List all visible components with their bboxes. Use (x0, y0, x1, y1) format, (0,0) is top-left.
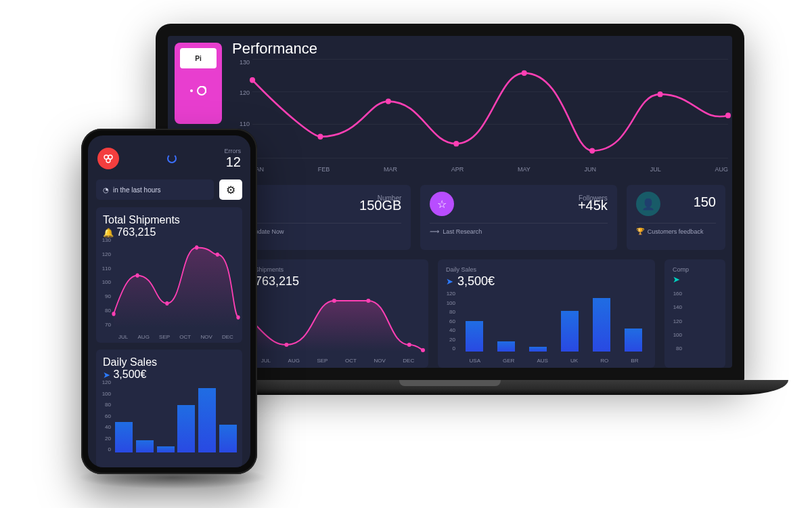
svg-point-0 (250, 77, 255, 83)
bar (157, 446, 175, 452)
bar (219, 425, 237, 452)
sales-y: 120100 8060 4020 0 (442, 291, 455, 352)
shipments-x: JULAUG SEPOCT NOVDEC (252, 358, 423, 364)
stat-card-followers[interactable]: ☆ Followers +45k ⟿Last Research (420, 185, 617, 250)
pie-icon (197, 86, 206, 96)
time-filter[interactable]: ◔ in the last hours (96, 179, 214, 200)
sidebar-tab[interactable]: Pi (180, 48, 217, 68)
performance-panel: Performance 130 120 110 100 (232, 36, 732, 178)
svg-point-22 (236, 315, 240, 319)
stat-card-users[interactable]: 👤 150 🏆Customers feedback (627, 185, 725, 250)
send-icon: ➤ (103, 370, 110, 380)
filter-text: in the last hours (113, 186, 161, 194)
bar (136, 440, 154, 452)
errors-stat: Errors 12 (225, 148, 242, 170)
panel-title: Daily Sales (446, 266, 647, 273)
svg-point-19 (165, 301, 168, 305)
ship-x: JULAUG SEPOCT NOVDEC (114, 334, 238, 340)
svg-point-7 (725, 112, 731, 118)
settings-button[interactable]: ⚙ (219, 179, 242, 200)
svg-point-3 (453, 141, 459, 146)
svg-point-18 (135, 274, 139, 278)
svg-point-17 (112, 312, 115, 316)
sales-chart (114, 379, 238, 452)
performance-line (252, 59, 728, 158)
svg-point-13 (421, 348, 425, 352)
bar-ger (497, 341, 515, 352)
panel-title: Total Shipments (103, 214, 235, 226)
svg-point-6 (658, 91, 663, 97)
svg-point-1 (317, 134, 323, 140)
shipments-panel: Total Shipments 🔔 763,215 130120 110100 … (232, 259, 428, 368)
bar-aus (529, 347, 547, 352)
laptop-notch (399, 380, 501, 386)
svg-point-2 (386, 98, 391, 104)
completed-y: 160140 120100 80 (669, 291, 682, 352)
completed-value: ➤ (673, 274, 717, 284)
shipments-chart (252, 291, 423, 352)
svg-point-16 (106, 158, 110, 163)
bell-icon: 🔔 (103, 228, 114, 238)
sales-value: ➤ 3,500€ (446, 274, 647, 289)
svg-point-9 (284, 343, 288, 347)
bar (198, 388, 216, 452)
performance-x-axis: JANFEB MARAPR MAYJUN JULAUG (252, 166, 728, 173)
panel-title: Total Shipments (240, 266, 420, 273)
stat-foot[interactable]: Customers feedback (648, 228, 704, 235)
svg-point-4 (522, 70, 527, 76)
performance-plot (252, 59, 728, 158)
svg-point-12 (407, 343, 411, 347)
stat-value: +45k (578, 198, 608, 213)
bar-uk (561, 311, 579, 352)
stat-row: ◍ Number 150GB ↻Update Now ☆ Followers +… (232, 185, 725, 250)
bar (177, 405, 195, 452)
stat-card-number[interactable]: ◍ Number 150GB ↻Update Now (232, 185, 411, 250)
svg-point-20 (195, 245, 198, 249)
phone-header: Errors 12 (88, 135, 250, 175)
svg-point-11 (366, 299, 370, 303)
trophy-icon: 🏆 (636, 228, 644, 235)
filter-bar: ◔ in the last hours ⚙ (96, 179, 242, 200)
panel-title: Daily Sales (103, 356, 235, 368)
ship-y: 130120 110100 9080 70 (99, 237, 111, 328)
bar (115, 422, 133, 452)
logo-icon[interactable] (97, 148, 119, 169)
errors-value: 12 (225, 154, 242, 170)
bar-usa (466, 321, 483, 352)
sales-y: 120100 8060 4020 0 (99, 379, 111, 452)
panel-title: Comp (673, 266, 717, 273)
sales-chart (458, 291, 650, 352)
sidebar[interactable]: Pi (175, 43, 222, 124)
stat-value: 150 (694, 194, 716, 210)
stat-value: 150GB (359, 198, 401, 213)
bar-br (625, 329, 642, 352)
performance-title: Performance (232, 36, 732, 59)
errors-label: Errors (225, 148, 242, 154)
bottom-row: Total Shipments 🔔 763,215 130120 110100 … (232, 259, 725, 368)
gear-icon: ⚙ (226, 184, 235, 196)
star-icon: ☆ (430, 192, 454, 216)
shipments-value: 🔔 763,215 (240, 274, 420, 289)
phone-shipments-panel: Total Shipments 🔔 763,215 130120 110100 … (96, 207, 242, 343)
dot-icon (190, 89, 193, 92)
clock-icon: ◔ (103, 186, 109, 194)
sales-x: USAGER AUSUK ROBR (458, 358, 650, 364)
bar-ro (593, 298, 610, 352)
pulse-icon: ⟿ (430, 228, 439, 235)
svg-point-5 (589, 148, 595, 153)
person-icon: 👤 (636, 192, 660, 216)
spinner-icon (167, 154, 177, 163)
send-icon: ➤ (446, 276, 453, 287)
phone-sales-panel: Daily Sales ➤ 3,500€ 120100 8060 4020 0 (96, 350, 242, 467)
svg-point-21 (216, 253, 219, 257)
phone-screen: Errors 12 ◔ in the last hours ⚙ Total Sh… (88, 135, 250, 467)
ship-chart (114, 237, 238, 328)
sales-panel: Daily Sales ➤ 3,500€ 120100 8060 4020 0 (438, 259, 655, 368)
stat-foot[interactable]: Last Research (443, 228, 482, 235)
send-icon: ➤ (673, 274, 680, 284)
completed-panel: Comp ➤ 160140 120100 80 (664, 259, 725, 368)
phone-frame: Errors 12 ◔ in the last hours ⚙ Total Sh… (81, 129, 257, 474)
svg-point-10 (332, 299, 336, 303)
